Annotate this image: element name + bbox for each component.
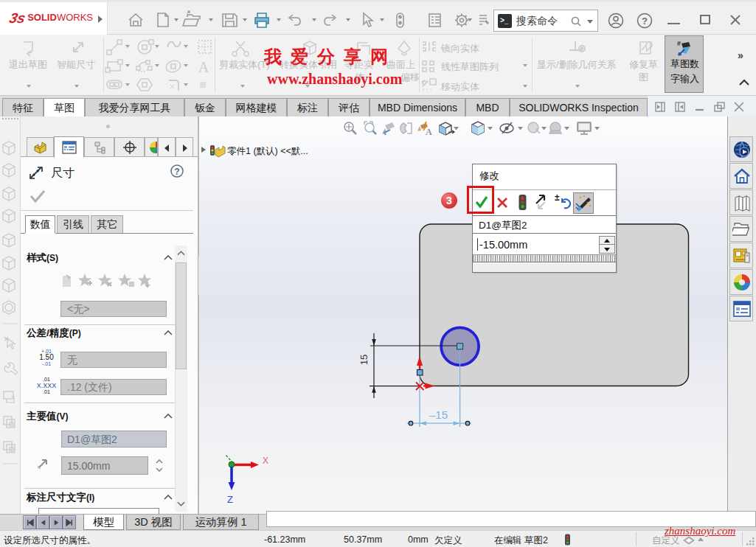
svg-text:#: #	[677, 40, 681, 47]
svg-text:15: 15	[358, 355, 370, 365]
svg-text:X: X	[263, 456, 268, 466]
svg-text:?: ?	[174, 167, 179, 177]
svg-text:Z: Z	[227, 494, 233, 505]
svg-text:?: ?	[642, 15, 648, 27]
svg-text:±: ±	[555, 192, 560, 203]
svg-text:A: A	[198, 59, 209, 75]
svg-text:–15: –15	[429, 408, 448, 421]
